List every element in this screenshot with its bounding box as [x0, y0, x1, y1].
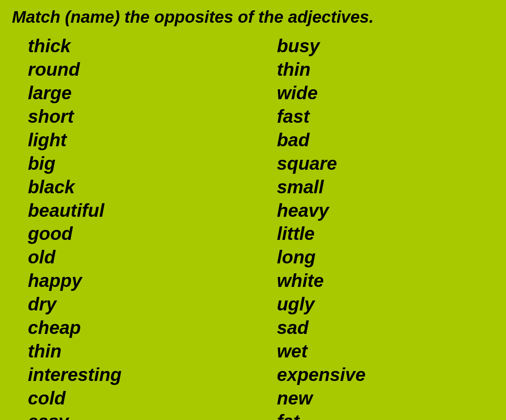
right-word-item: ugly — [253, 292, 494, 316]
left-word-item: good — [12, 222, 253, 245]
right-word-item: long — [253, 245, 494, 269]
page-title: Match (name) the opposites of the adject… — [12, 7, 494, 27]
left-word-item: round — [12, 58, 253, 81]
right-column: busythinwidefastbadsquaresmallheavylittl… — [253, 34, 494, 420]
left-word-item: large — [12, 81, 253, 105]
left-word-item: dry — [12, 292, 253, 316]
right-word-item: little — [253, 222, 494, 245]
left-word-item: easy — [12, 410, 253, 420]
right-word-item: sad — [253, 316, 494, 340]
right-word-item: bad — [253, 128, 494, 152]
left-word-item: cheap — [12, 316, 253, 340]
right-word-item: white — [253, 269, 494, 292]
right-word-item: fast — [253, 105, 494, 128]
left-word-item: light — [12, 128, 253, 152]
right-word-item: small — [253, 175, 494, 199]
right-word-item: fat — [253, 410, 494, 420]
left-word-item: black — [12, 175, 253, 199]
right-word-item: wide — [253, 81, 494, 105]
left-word-item: happy — [12, 269, 253, 292]
left-column: thickroundlargeshortlightbigblackbeautif… — [12, 34, 253, 420]
right-word-item: busy — [253, 34, 494, 58]
left-word-item: beautiful — [12, 199, 253, 222]
word-columns: thickroundlargeshortlightbigblackbeautif… — [12, 34, 494, 420]
right-word-item: heavy — [253, 199, 494, 222]
right-word-item: expensive — [253, 363, 494, 387]
left-word-item: thick — [12, 34, 253, 58]
left-word-item: interesting — [12, 363, 253, 387]
left-word-item: thin — [12, 340, 253, 363]
right-word-item: thin — [253, 58, 494, 81]
right-word-item: square — [253, 152, 494, 175]
left-word-item: big — [12, 152, 253, 175]
left-word-item: old — [12, 245, 253, 269]
right-word-item: new — [253, 387, 494, 410]
left-word-item: cold — [12, 387, 253, 410]
left-word-item: short — [12, 105, 253, 128]
right-word-item: wet — [253, 340, 494, 363]
